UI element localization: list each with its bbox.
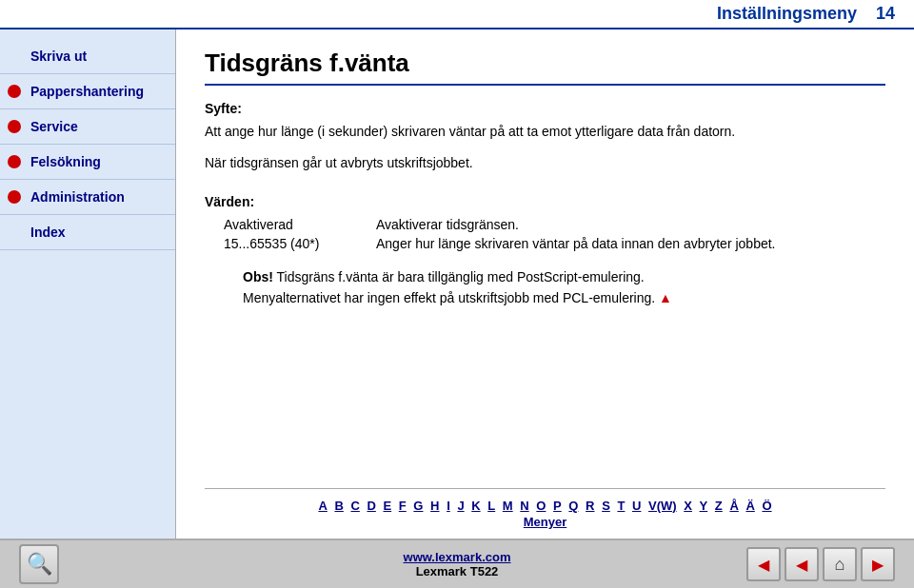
values-section: Värden: AvaktiveradAvaktiverar tidsgräns… [205, 194, 885, 263]
alpha-link-Å[interactable]: Å [729, 499, 738, 513]
page-title: Tidsgräns f.vänta [205, 49, 885, 86]
nav-prev-button[interactable]: ◀ [785, 547, 819, 581]
value-row: AvaktiveradAvaktiverar tidsgränsen. [224, 217, 885, 232]
obs-line2: Menyalternativet har ingen effekt på uts… [243, 287, 885, 308]
nav-home-button[interactable]: ⌂ [823, 547, 857, 581]
obs-line1: Obs! Tidsgräns f.vänta är bara tillgängl… [243, 266, 885, 287]
alpha-link-J[interactable]: J [457, 499, 464, 513]
alpha-link-T[interactable]: T [617, 499, 625, 513]
alpha-links[interactable]: A B C D E F G H I J K L M N O P Q R S T … [205, 499, 885, 513]
sidebar-dot-service [8, 120, 21, 133]
sidebar-label-index: Index [30, 225, 66, 240]
alpha-link-S[interactable]: S [602, 499, 610, 513]
sidebar-item-service[interactable]: Service [0, 109, 175, 145]
alpha-link-V(W)[interactable]: V(W) [648, 499, 677, 513]
nav-buttons: ◀ ◀ ⌂ ▶ [746, 547, 895, 581]
alpha-link-I[interactable]: I [447, 499, 450, 513]
alpha-link-E[interactable]: E [383, 499, 391, 513]
nav-next-icon: ▶ [872, 556, 884, 574]
bottom-model: Lexmark T522 [416, 564, 499, 578]
sidebar: Skriva utPappershanteringServiceFelsökni… [0, 29, 176, 539]
alpha-link-R[interactable]: R [586, 499, 594, 513]
alpha-bar: A B C D E F G H I J K L M N O P Q R S T … [205, 488, 885, 529]
bottom-link[interactable]: www.lexmark.com [404, 550, 511, 564]
content-area: Tidsgräns f.vänta Syfte: Att ange hur lä… [176, 29, 914, 539]
sidebar-dot-pappershantering [8, 85, 21, 98]
sidebar-dot-administration [8, 190, 21, 204]
sidebar-label-pappershantering: Pappershantering [30, 84, 144, 99]
alpha-link-D[interactable]: D [367, 499, 375, 513]
values-table: AvaktiveradAvaktiverar tidsgränsen.15...… [224, 217, 885, 251]
alpha-link-U[interactable]: U [632, 499, 641, 513]
alpha-link-Z[interactable]: Z [715, 499, 723, 513]
alpha-link-A[interactable]: A [318, 499, 327, 513]
nav-back-icon: ◀ [758, 556, 769, 574]
nav-next-button[interactable]: ▶ [861, 547, 895, 581]
alpha-link-G[interactable]: G [413, 499, 423, 513]
alpha-link-Q[interactable]: Q [568, 499, 578, 513]
alpha-menus-link[interactable]: Menyer [205, 515, 885, 529]
value-key: Avaktiverad [224, 217, 376, 232]
bottom-center: www.lexmark.com Lexmark T522 [404, 550, 511, 578]
header-title: Inställningsmeny [717, 4, 857, 24]
main-layout: Skriva utPappershanteringServiceFelsökni… [0, 29, 914, 539]
sidebar-item-administration[interactable]: Administration [0, 180, 175, 215]
alpha-link-Y[interactable]: Y [700, 499, 708, 513]
header-page-number: 14 [876, 4, 895, 24]
alpha-link-Ö[interactable]: Ö [762, 499, 771, 513]
alpha-link-L[interactable]: L [487, 499, 495, 513]
sidebar-label-felsokning: Felsökning [30, 154, 101, 169]
alpha-link-C[interactable]: C [350, 499, 359, 513]
syfte-label: Syfte: [205, 101, 885, 116]
alpha-link-M[interactable]: M [503, 499, 513, 513]
alpha-link-F[interactable]: F [399, 499, 407, 513]
alpha-link-K[interactable]: K [471, 499, 480, 513]
syfte-text2: När tidsgränsen går ut avbryts utskrifts… [205, 153, 885, 173]
sidebar-item-skriva-ut[interactable]: Skriva ut [0, 39, 175, 74]
sidebar-dot-felsokning [8, 155, 21, 168]
search-button[interactable]: 🔍 [19, 544, 59, 584]
alpha-link-O[interactable]: O [536, 499, 546, 513]
alpha-link-N[interactable]: N [520, 499, 528, 513]
top-header: Inställningsmeny 14 [0, 0, 914, 29]
warning-triangle: ▲ [659, 290, 672, 305]
sidebar-item-felsokning[interactable]: Felsökning [0, 145, 175, 180]
value-desc: Anger hur länge skrivaren väntar på data… [376, 236, 776, 251]
varden-label: Värden: [205, 194, 885, 209]
bottom-bar: 🔍 www.lexmark.com Lexmark T522 ◀ ◀ ⌂ ▶ [0, 539, 914, 588]
value-row: 15...65535 (40*)Anger hur länge skrivare… [224, 236, 885, 251]
alpha-link-P[interactable]: P [553, 499, 562, 513]
sidebar-label-skriva-ut: Skriva ut [30, 49, 87, 64]
value-key: 15...65535 (40*) [224, 236, 376, 251]
syfte-text1: Att ange hur länge (i sekunder) skrivare… [205, 122, 885, 142]
nav-prev-icon: ◀ [796, 556, 807, 574]
sidebar-item-pappershantering[interactable]: Pappershantering [0, 74, 175, 109]
sidebar-label-service: Service [30, 119, 78, 134]
search-icon: 🔍 [27, 552, 52, 577]
sidebar-item-index[interactable]: Index [0, 215, 175, 250]
alpha-link-H[interactable]: H [430, 499, 439, 513]
alpha-link-X[interactable]: X [684, 499, 692, 513]
home-icon: ⌂ [835, 555, 845, 575]
obs-label: Obs! [243, 269, 273, 284]
alpha-link-Ä[interactable]: Ä [745, 499, 754, 513]
alpha-link-B[interactable]: B [334, 499, 343, 513]
obs-section: Obs! Tidsgräns f.vänta är bara tillgängl… [243, 266, 885, 309]
sidebar-label-administration: Administration [30, 189, 125, 205]
nav-back-button[interactable]: ◀ [746, 547, 781, 581]
value-desc: Avaktiverar tidsgränsen. [376, 217, 519, 232]
